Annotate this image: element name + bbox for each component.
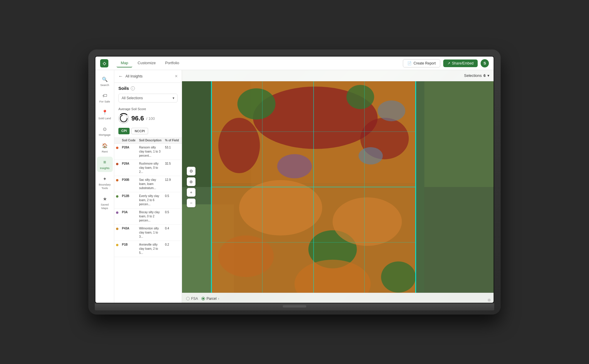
sidebar-item-rent-label: Rent	[102, 150, 107, 153]
sidebar-item-saved-maps[interactable]: ★ Saved Maps	[97, 193, 113, 212]
parcel-chevron-icon: ›	[218, 297, 219, 301]
col-pct-field: % of Field	[163, 137, 181, 144]
search-icon: 🔍	[102, 76, 108, 82]
col-cpi-score: CPI Score	[181, 137, 182, 144]
parcel-option[interactable]: Parcel ›	[201, 297, 219, 301]
soil-table: Soil Code Soil Description % of Field CP…	[114, 137, 182, 303]
locate-button[interactable]: ⊕	[187, 177, 196, 186]
info-icon[interactable]: i	[131, 86, 135, 90]
fsa-label: FSA	[191, 297, 198, 301]
col-dot	[114, 137, 120, 144]
rent-icon: 🏠	[102, 143, 108, 149]
selections-bar: Selections 6 ▾	[182, 70, 494, 81]
score-number: 96.6	[131, 115, 144, 122]
svg-point-15	[381, 262, 416, 293]
parcel-radio[interactable]	[201, 297, 205, 300]
table-row: P28A Ransom silty clay loam, 1 to 3 perc…	[114, 144, 182, 160]
tab-map[interactable]: Map	[117, 59, 132, 67]
svg-point-20	[218, 236, 274, 277]
parcel-label: Parcel	[206, 297, 216, 301]
saved-maps-icon: ★	[102, 196, 108, 202]
main-content: 🔍 Search 🏷 For Sale 📍 Sold Land ⊙ Mortga…	[95, 70, 494, 303]
sidebar-item-sold-land-label: Sold Land	[98, 117, 111, 120]
sidebar-item-for-sale[interactable]: 🏷 For Sale	[97, 90, 113, 105]
sidebar-item-boundary-tools-label: Boundary Tools	[98, 183, 112, 190]
cpi-tabs: CPI NCCPI	[114, 127, 182, 137]
sidebar-item-insights[interactable]: ≡ Insights	[97, 157, 113, 172]
selections-dropdown[interactable]: All Selections ▾	[118, 94, 178, 102]
svg-rect-6	[424, 187, 494, 293]
score-circle	[118, 113, 129, 124]
map-area[interactable]: Selections 6 ▾ ⚙ ⊕ + −	[182, 70, 494, 303]
sidebar-icons: 🔍 Search 🏷 For Sale 📍 Sold Land ⊙ Mortga…	[95, 70, 114, 303]
selections-chevron-icon: ▾	[487, 73, 489, 78]
avg-soil-score: 96.6 / 100	[118, 113, 178, 124]
for-sale-icon: 🏷	[102, 92, 108, 99]
tab-customize[interactable]: Customize	[133, 59, 160, 67]
table-row: P29A Rushmore silty clay loam, 0 to 2...…	[114, 160, 182, 176]
svg-point-22	[277, 154, 312, 178]
back-button[interactable]: ←	[118, 74, 123, 79]
sidebar-item-sold-land[interactable]: 📍 Sold Land	[97, 107, 113, 122]
cpi-tab[interactable]: CPI	[118, 128, 130, 134]
sidebar-item-for-sale-label: For Sale	[100, 100, 110, 103]
sidebar-item-rent[interactable]: 🏠 Rent	[97, 140, 113, 155]
panel-title: All Insights	[125, 74, 143, 78]
soils-title: Soils	[118, 86, 129, 91]
insights-icon: ≡	[102, 159, 108, 166]
sidebar-item-boundary-tools[interactable]: ✦ Boundary Tools	[97, 173, 113, 192]
document-icon: 📄	[407, 61, 412, 65]
nccpi-tab[interactable]: NCCPI	[131, 128, 148, 134]
table-row: P12B Everly silty clay loam, 2 to 6 perc…	[114, 192, 182, 209]
score-total: / 100	[146, 116, 155, 121]
sidebar-item-insights-label: Insights	[100, 166, 110, 170]
topbar-right: 📄 Create Report ↗ Share/Embed S	[403, 59, 489, 67]
svg-point-13	[346, 85, 374, 109]
selections-count[interactable]: Selections 6 ▾	[464, 73, 489, 78]
boundary-tools-icon: ✦	[102, 176, 108, 182]
tab-portfolio[interactable]: Portfolio	[161, 59, 183, 67]
avg-soil-section: Average Soil Score 96.6 / 100	[114, 105, 182, 127]
zoom-out-button[interactable]: −	[187, 198, 196, 207]
col-soil-desc: Soil Description	[137, 137, 163, 144]
share-icon: ↗	[447, 61, 450, 65]
nav-tabs: Map Customize Portfolio	[117, 59, 183, 67]
sidebar-item-search[interactable]: 🔍 Search	[97, 74, 113, 89]
app-logo[interactable]: ◇	[100, 59, 108, 67]
sidebar-item-mortgage-label: Mortgage	[99, 133, 110, 136]
table-row: P3A Biscay silty clay loam, 0 to 2 perce…	[114, 209, 182, 225]
zoom-in-button[interactable]: +	[187, 188, 196, 197]
selections-badge: 6	[484, 73, 486, 78]
fsa-option[interactable]: FSA	[186, 297, 198, 301]
insights-panel: ← All Insights × Soils i All Selections …	[114, 70, 182, 303]
sidebar-item-mortgage[interactable]: ⊙ Mortgage	[97, 123, 113, 139]
share-embed-button[interactable]: ↗ Share/Embed	[443, 59, 478, 67]
user-avatar[interactable]: S	[481, 59, 489, 67]
map-bottom-bar: FSA Parcel ›	[182, 293, 494, 303]
svg-point-19	[332, 197, 402, 246]
table-row: P30B Sac silty clay loam, loam substratu…	[114, 176, 182, 192]
soils-header: Soils i	[114, 83, 182, 92]
settings-button[interactable]: ⚙	[187, 167, 196, 176]
close-panel-button[interactable]: ×	[175, 74, 178, 79]
chevron-down-icon: ▾	[173, 96, 174, 100]
topbar: ◇ Map Customize Portfolio 📄 Create Repor…	[95, 57, 494, 70]
svg-point-10	[218, 118, 260, 173]
svg-point-18	[239, 180, 322, 235]
sold-land-icon: 📍	[102, 109, 108, 116]
mortgage-icon: ⊙	[102, 126, 108, 132]
map-controls: ⚙ ⊕ + −	[187, 167, 196, 207]
coordinate-indicator	[488, 299, 491, 302]
svg-point-16	[359, 147, 383, 165]
create-report-button[interactable]: 📄 Create Report	[403, 59, 440, 67]
svg-point-17	[378, 100, 405, 121]
selections-label: Selections	[464, 73, 482, 78]
fsa-radio[interactable]	[186, 297, 190, 300]
table-row: P43A Wilmonton silty clay loam, 1 to 3..…	[114, 225, 182, 241]
sidebar-item-search-label: Search	[100, 83, 109, 87]
panel-header: ← All Insights ×	[114, 70, 182, 83]
soil-map-overlay	[182, 81, 494, 293]
sidebar-item-saved-maps-label: Saved Maps	[98, 203, 112, 210]
svg-point-12	[237, 88, 275, 120]
col-soil-code: Soil Code	[120, 137, 137, 144]
